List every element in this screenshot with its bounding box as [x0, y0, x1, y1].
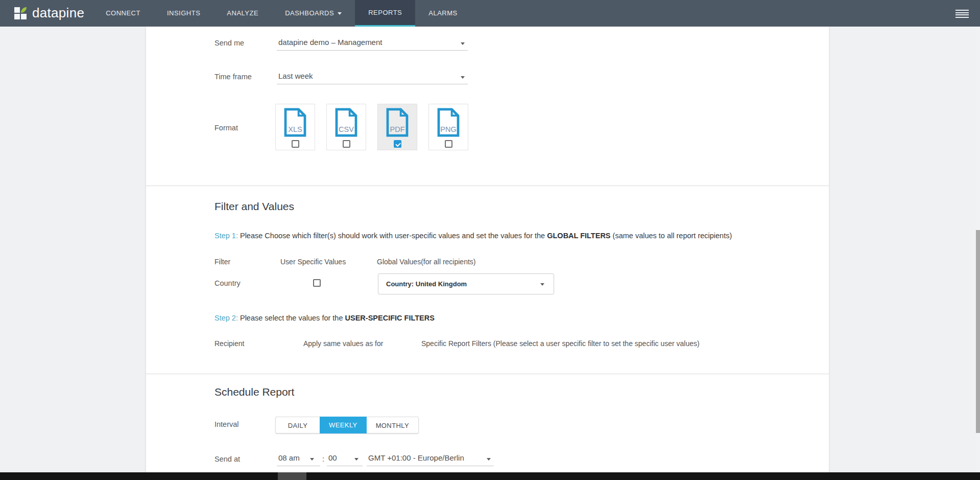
- report-settings-card: Send me datapine demo – Management Time …: [146, 27, 829, 473]
- chevron-down-icon: [354, 458, 358, 461]
- chevron-down-icon: [540, 283, 544, 286]
- filter-row-country-label: Country: [214, 279, 241, 287]
- brand-logo[interactable]: datapine: [14, 0, 84, 27]
- section-divider: [146, 186, 829, 186]
- bottom-bar-highlight: [278, 472, 306, 480]
- interval-button-group: DAILY WEEKLY MONTHLY: [275, 417, 419, 433]
- nav-menu: CONNECT INSIGHTS ANALYZE DASHBOARDS REPO…: [92, 0, 471, 27]
- send-at-hour-value: 08 am: [278, 453, 300, 462]
- format-option-png[interactable]: PNG: [428, 104, 468, 150]
- schedule-report-title: Schedule Report: [214, 386, 294, 398]
- format-option-csv[interactable]: CSV: [326, 104, 366, 150]
- col-header-recipient: Recipient: [214, 339, 244, 348]
- step1-bold: GLOBAL FILTERS: [547, 232, 610, 240]
- format-options: XLS CSV: [275, 104, 468, 150]
- country-global-value-select[interactable]: Country: United Kingdom: [378, 273, 554, 294]
- col-header-apply-same-values: Apply same values as for: [303, 339, 383, 348]
- nav-item-analyze[interactable]: ANALYZE: [213, 0, 272, 27]
- nav-item-dashboards-label: DASHBOARDS: [285, 9, 334, 17]
- format-checkbox-xls[interactable]: [292, 140, 299, 148]
- format-checkbox-png[interactable]: [445, 140, 452, 148]
- col-header-global: Global Values(for all recipients): [377, 258, 476, 266]
- time-frame-label: Time frame: [214, 73, 252, 81]
- top-navbar: datapine CONNECT INSIGHTS ANALYZE DASHBO…: [0, 0, 980, 27]
- hamburger-menu-icon[interactable]: [955, 10, 969, 19]
- send-at-hour-select[interactable]: 08 am: [277, 453, 320, 466]
- png-file-icon: PNG: [437, 108, 460, 137]
- format-option-xls[interactable]: XLS: [275, 104, 315, 150]
- send-me-select[interactable]: datapine demo – Management: [277, 38, 468, 51]
- format-label: Format: [214, 124, 238, 132]
- send-me-value: datapine demo – Management: [278, 38, 382, 47]
- step1-text: Step 1: Please Choose which filter(s) sh…: [214, 232, 732, 240]
- interval-weekly-button[interactable]: WEEKLY: [320, 417, 367, 433]
- chevron-down-icon: [461, 42, 465, 45]
- nav-item-reports[interactable]: REPORTS: [355, 0, 415, 27]
- interval-label: Interval: [214, 420, 239, 428]
- interval-monthly-button[interactable]: MONTHLY: [367, 417, 419, 433]
- scrollbar-track[interactable]: [976, 27, 980, 473]
- chevron-down-icon: [487, 458, 491, 461]
- time-frame-value: Last week: [278, 72, 313, 80]
- step2-label: Step 2:: [214, 314, 238, 322]
- screen: datapine CONNECT INSIGHTS ANALYZE DASHBO…: [0, 0, 980, 480]
- step1-tail: (same values to all report recipients): [611, 232, 732, 240]
- timezone-select[interactable]: GMT +01:00 - Europe/Berlin: [367, 453, 494, 466]
- send-at-label: Send at: [214, 455, 240, 463]
- chevron-down-icon: [338, 12, 342, 15]
- chevron-down-icon: [310, 458, 314, 461]
- xls-file-label: XLS: [283, 125, 307, 133]
- pdf-file-label: PDF: [386, 125, 409, 133]
- send-at-minute-select[interactable]: 00: [327, 453, 363, 466]
- format-checkbox-pdf[interactable]: [394, 140, 401, 148]
- country-user-specific-checkbox[interactable]: [313, 279, 321, 287]
- col-header-filter: Filter: [214, 258, 230, 266]
- nav-item-dashboards[interactable]: DASHBOARDS: [272, 0, 355, 27]
- format-option-pdf[interactable]: PDF: [377, 104, 417, 150]
- time-separator: :: [322, 454, 324, 463]
- country-global-value: Country: United Kingdom: [386, 274, 467, 294]
- step2-text: Step 2: Please select the values for the…: [214, 314, 435, 322]
- send-me-label: Send me: [214, 39, 244, 47]
- col-header-specific-report-filters: Specific Report Filters (Please select a…: [421, 339, 700, 348]
- step1-body: Please Choose which filter(s) should wor…: [238, 232, 547, 240]
- csv-file-label: CSV: [334, 125, 358, 133]
- step1-label: Step 1:: [214, 232, 238, 240]
- png-file-label: PNG: [437, 125, 460, 133]
- nav-item-alarms[interactable]: ALARMS: [415, 0, 470, 27]
- csv-file-icon: CSV: [334, 108, 358, 137]
- chevron-down-icon: [461, 76, 465, 79]
- xls-file-icon: XLS: [283, 108, 307, 137]
- bottom-bar: [0, 472, 980, 480]
- send-at-minute-value: 00: [328, 453, 337, 462]
- filter-values-title: Filter and Values: [214, 200, 294, 213]
- interval-daily-button[interactable]: DAILY: [275, 417, 320, 433]
- pdf-file-icon: PDF: [386, 108, 409, 137]
- scrollbar-thumb[interactable]: [976, 230, 980, 433]
- step2-bold: USER-SPECIFIC FILTERS: [345, 314, 435, 322]
- format-checkbox-csv[interactable]: [343, 140, 350, 148]
- nav-item-connect[interactable]: CONNECT: [92, 0, 154, 27]
- brand-name: datapine: [32, 5, 84, 21]
- col-header-user-specific: User Specific Values: [280, 258, 346, 266]
- section-divider: [146, 374, 829, 374]
- datapine-logo-icon: [14, 7, 27, 20]
- time-frame-select[interactable]: Last week: [277, 72, 468, 84]
- step2-body: Please select the values for the: [238, 314, 345, 322]
- timezone-value: GMT +01:00 - Europe/Berlin: [368, 453, 464, 462]
- nav-item-insights[interactable]: INSIGHTS: [154, 0, 213, 27]
